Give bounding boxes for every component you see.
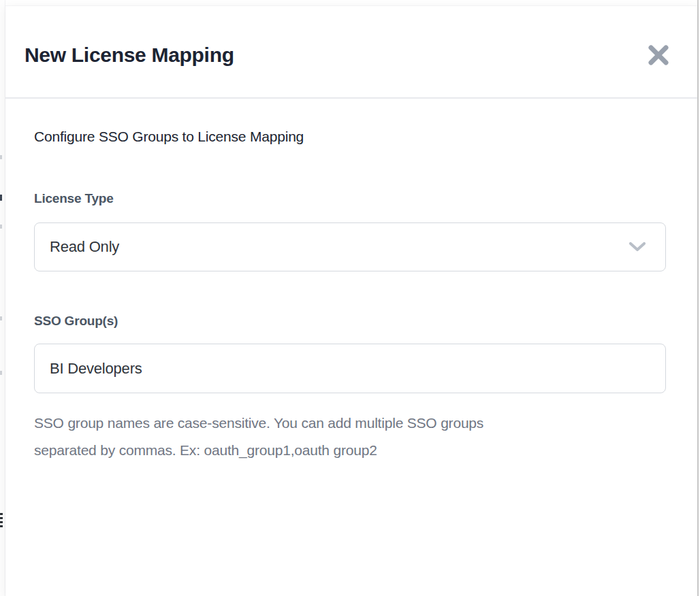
background-text-fragment <box>0 225 2 229</box>
dialog-subtitle: Configure SSO Groups to License Mapping <box>34 127 666 146</box>
dialog-header: New License Mapping <box>5 6 697 99</box>
background-text-fragment <box>0 155 2 159</box>
dialog-title: New License Mapping <box>25 44 234 67</box>
background-text-fragment <box>0 316 2 320</box>
sso-groups-field-wrapper <box>34 344 666 393</box>
background-text-fragment <box>0 371 2 375</box>
background-page-strip <box>0 0 5 596</box>
help-text-line: SSO group names are case-sensitive. You … <box>34 410 666 437</box>
dialog-body: Configure SSO Groups to License Mapping … <box>5 99 697 464</box>
chevron-down-icon <box>629 242 646 252</box>
background-text-fragment <box>0 195 2 201</box>
sso-groups-help-text: SSO group names are case-sensitive. You … <box>34 410 666 464</box>
license-type-label: License Type <box>34 191 666 206</box>
close-button[interactable] <box>647 44 670 67</box>
new-license-mapping-dialog: New License Mapping Configure SSO Groups… <box>5 5 697 596</box>
page-right-edge <box>697 0 699 596</box>
x-icon <box>648 44 669 66</box>
license-type-value: Read Only <box>50 238 119 256</box>
sso-groups-input[interactable] <box>50 360 627 378</box>
sso-groups-label: SSO Group(s) <box>34 314 666 329</box>
license-type-select[interactable]: Read Only <box>34 222 666 271</box>
help-text-line: separated by commas. Ex: oauth_group1,oa… <box>34 437 666 464</box>
